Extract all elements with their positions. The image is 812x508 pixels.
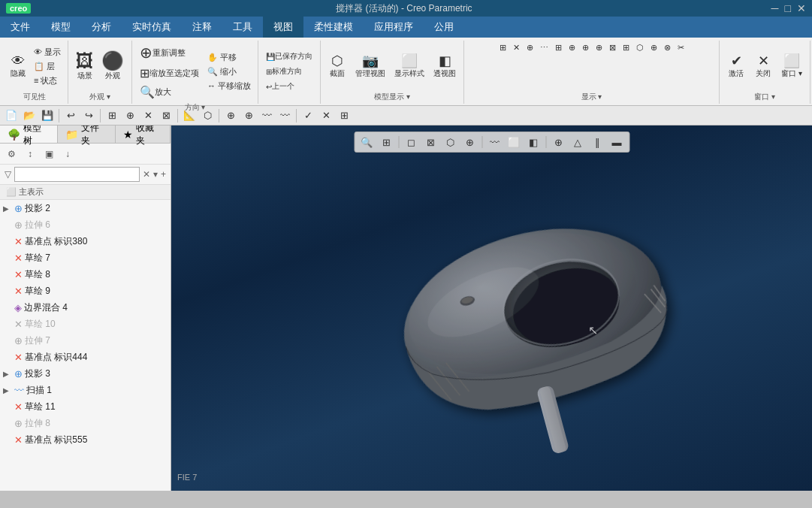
- tree-item-5[interactable]: ✕ 草绘 8: [0, 266, 171, 283]
- save-tb-button[interactable]: 💾: [39, 107, 56, 124]
- tree-item-15[interactable]: ✕ 基准点 标识555: [0, 431, 171, 448]
- collapse-btn[interactable]: ▣: [41, 147, 57, 162]
- menu-model[interactable]: 模型: [41, 17, 81, 38]
- menu-flexible[interactable]: 柔性建模: [303, 17, 364, 38]
- display-11[interactable]: ⬡: [634, 42, 646, 53]
- zoom-in-button[interactable]: 🔍放大: [137, 83, 202, 101]
- menu-apps[interactable]: 应用程序: [364, 17, 424, 38]
- tree-item-4[interactable]: ✕ 草绘 7: [0, 249, 171, 266]
- close-button[interactable]: ✕: [797, 2, 806, 14]
- vt-b3[interactable]: ⬡: [441, 134, 459, 150]
- vt-zoom-fit[interactable]: ⊞: [377, 134, 395, 150]
- tree-item-6[interactable]: ✕ 草绘 9: [0, 283, 171, 299]
- display-13[interactable]: ⊗: [662, 42, 673, 53]
- status-button[interactable]: ≡状态: [32, 74, 63, 87]
- tab-folder[interactable]: 📁 文件夹: [58, 125, 116, 143]
- tree-item-7[interactable]: ◈ 边界混合 4: [0, 299, 171, 316]
- new-tb-button[interactable]: 📄: [3, 107, 20, 124]
- perspective-button[interactable]: ◧ 透视图: [430, 53, 459, 80]
- tb-10[interactable]: 〰: [276, 107, 293, 124]
- vt-b2[interactable]: ⊠: [421, 134, 439, 150]
- manage-view-button[interactable]: 📷 管理视图: [352, 53, 388, 80]
- vt-b6[interactable]: ⬜: [505, 134, 523, 150]
- more-filter-icon[interactable]: +: [161, 169, 166, 180]
- tree-item-2[interactable]: ⊕ 拉伸 6: [0, 216, 171, 233]
- display-14[interactable]: ✂: [675, 42, 687, 53]
- vt-b4[interactable]: ⊕: [460, 134, 478, 150]
- tb-2[interactable]: ⊕: [122, 107, 138, 124]
- layer-button[interactable]: 📋层: [32, 60, 63, 73]
- minimize-button[interactable]: ─: [771, 2, 779, 14]
- tree-item-14[interactable]: ⊕ 拉伸 8: [0, 415, 171, 431]
- display-5[interactable]: ⊞: [553, 42, 564, 53]
- tree-item-13[interactable]: ✕ 草绘 11: [0, 398, 171, 415]
- menu-analysis[interactable]: 分析: [81, 17, 122, 38]
- zoom-out-button[interactable]: 🔍缩小: [205, 65, 253, 78]
- vt-zoom[interactable]: 🔍: [358, 134, 376, 150]
- menu-tools[interactable]: 工具: [222, 17, 263, 38]
- saved-view-button[interactable]: 💾已保存方向: [263, 50, 315, 63]
- tree-item-11[interactable]: ▶ ⊕ 投影 3: [0, 365, 171, 382]
- appearance-button[interactable]: ⚫ 外观: [98, 50, 127, 83]
- show-button[interactable]: 👁显示: [32, 46, 63, 59]
- tree-item-12[interactable]: ▶ 〰 扫描 1: [0, 382, 171, 398]
- tree-item-3[interactable]: ✕ 基准点 标识380: [0, 233, 171, 249]
- clear-filter-icon[interactable]: ✕: [143, 169, 150, 180]
- tb-4[interactable]: ⊠: [158, 107, 174, 124]
- readjust-button[interactable]: ⊕重新调整: [137, 42, 202, 63]
- vt-b9[interactable]: △: [569, 134, 587, 150]
- redo-tb-button[interactable]: ↪: [80, 107, 97, 124]
- vt-b7[interactable]: ◧: [524, 134, 542, 150]
- tb-11[interactable]: ✓: [300, 107, 316, 124]
- display-8[interactable]: ⊕: [593, 42, 605, 53]
- zoom-fit-button[interactable]: ⊞缩放至选定项: [137, 65, 202, 82]
- tree-search-input[interactable]: [14, 167, 140, 182]
- tb-1[interactable]: ⊞: [104, 107, 120, 124]
- display-1[interactable]: ⊞: [497, 42, 509, 53]
- display-12[interactable]: ⊕: [648, 42, 660, 53]
- sort-btn[interactable]: ↓: [59, 147, 76, 162]
- display-7[interactable]: ⊕: [580, 42, 591, 53]
- tb-5[interactable]: 📐: [181, 107, 198, 124]
- tb-9[interactable]: 〰: [258, 107, 275, 124]
- tb-12[interactable]: ✕: [318, 107, 334, 124]
- expand-btn[interactable]: ↕: [22, 147, 38, 162]
- viewport[interactable]: 🔍 ⊞ ◻ ⊠ ⬡ ⊕ 〰 ⬜ ◧ ⊕ △ ‖ ▬: [171, 125, 812, 491]
- undo-tb-button[interactable]: ↩: [62, 107, 79, 124]
- settings-btn[interactable]: ⚙: [3, 147, 20, 162]
- standard-view-button[interactable]: ⊞标准方向: [263, 65, 305, 78]
- tb-8[interactable]: ⊕: [240, 107, 257, 124]
- hide-button[interactable]: 👁 隐藏: [6, 53, 30, 80]
- scene-button[interactable]: 🖼 场景: [73, 50, 97, 83]
- display-9[interactable]: ⊠: [607, 42, 618, 53]
- activate-button[interactable]: ✔ 激活: [724, 53, 748, 80]
- pan-button[interactable]: ✋平移: [205, 51, 253, 64]
- display-2[interactable]: ✕: [511, 42, 522, 53]
- prev-view-button[interactable]: ↩上一个: [263, 80, 297, 93]
- vt-b1[interactable]: ◻: [402, 134, 420, 150]
- open-tb-button[interactable]: 📂: [21, 107, 38, 124]
- menu-simulation[interactable]: 实时仿真: [122, 17, 182, 38]
- tb-3[interactable]: ✕: [140, 107, 156, 124]
- vt-pause[interactable]: ‖: [588, 134, 606, 150]
- tab-favorites[interactable]: ★ 收藏夹: [116, 125, 171, 143]
- vt-b5[interactable]: 〰: [485, 134, 503, 150]
- menu-file[interactable]: 文件: [0, 17, 41, 38]
- menu-view[interactable]: 视图: [263, 17, 303, 38]
- close-win-button[interactable]: ✕ 关闭: [751, 53, 775, 80]
- tree-item-8[interactable]: ✕ 草绘 10: [0, 316, 171, 332]
- tab-model-tree[interactable]: 🌳 模型树: [0, 125, 58, 143]
- window-button[interactable]: ⬜ 窗口 ▾: [778, 53, 805, 80]
- display-3[interactable]: ⊕: [524, 42, 536, 53]
- tb-7[interactable]: ⊕: [222, 107, 239, 124]
- tree-item-10[interactable]: ✕ 基准点 标识444: [0, 349, 171, 365]
- vt-stop[interactable]: ▬: [608, 134, 626, 150]
- menu-public[interactable]: 公用: [424, 17, 464, 38]
- section-button[interactable]: ⬡ 截面: [325, 53, 349, 80]
- vt-b8[interactable]: ⊕: [549, 134, 567, 150]
- tb-6[interactable]: ⬡: [199, 107, 216, 124]
- tree-item-1[interactable]: ▶ ⊕ 投影 2: [0, 200, 171, 216]
- display-6[interactable]: ⊕: [566, 42, 578, 53]
- display-4[interactable]: ⋯: [538, 42, 551, 53]
- tree-item-9[interactable]: ⊕ 拉伸 7: [0, 332, 171, 349]
